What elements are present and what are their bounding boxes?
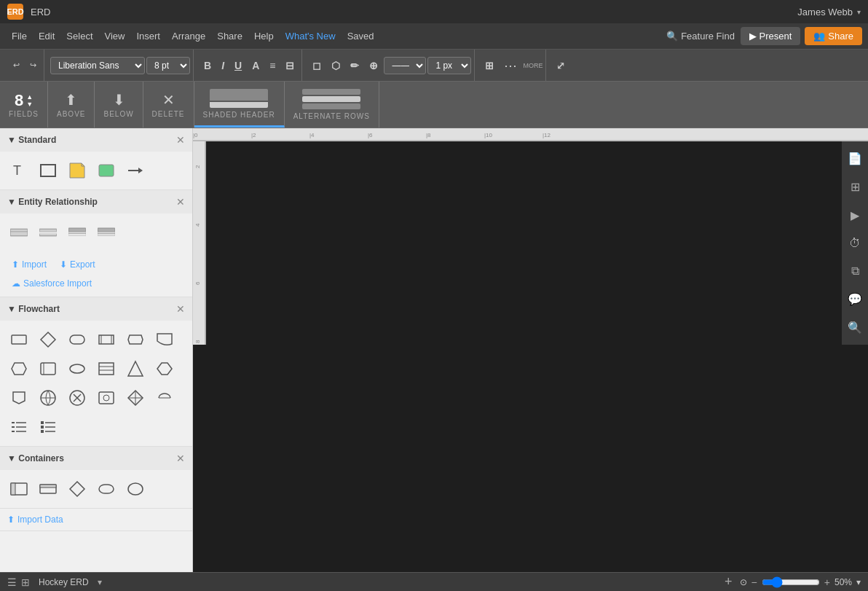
fields-count-section[interactable]: 8 ▲ ▼ FIELDS [0, 82, 48, 128]
font-color-button[interactable]: A [248, 57, 264, 74]
right-panel-format-icon[interactable]: ⊞ [846, 176, 864, 198]
fc-s8[interactable] [35, 385, 61, 411]
share-button[interactable]: 👥 Share [805, 27, 862, 45]
er-shape-2[interactable] [35, 219, 61, 246]
line-px-select[interactable]: 1 px [427, 57, 471, 74]
salesforce-btn[interactable]: ☁ Salesforce Import [7, 276, 96, 291]
stroke-button[interactable]: ✏ [346, 57, 363, 74]
add-page-btn[interactable]: + [725, 574, 733, 590]
extras-button[interactable]: ⊞ [481, 57, 498, 74]
right-panel-timer-icon[interactable]: ⏱ [845, 232, 865, 254]
flowchart-header[interactable]: ▼ Flowchart ✕ [0, 297, 192, 321]
diagram-dropdown-arrow[interactable]: ▾ [98, 577, 102, 587]
right-panel-present-icon[interactable]: ▶ [846, 204, 864, 227]
fill-color-button[interactable]: ⬡ [327, 57, 344, 74]
menu-saved[interactable]: Saved [342, 28, 380, 44]
undo-button[interactable]: ↩ [9, 58, 24, 73]
cont-4[interactable] [93, 476, 119, 502]
present-button[interactable]: ▶ Present [741, 27, 800, 45]
effects-button[interactable]: ⊕ [365, 57, 382, 74]
standard-header[interactable]: ▼ Standard ✕ [0, 128, 192, 152]
feature-find[interactable]: 🔍 Feature Find [660, 28, 741, 44]
zoom-plus-btn[interactable]: + [824, 576, 830, 588]
alternate-rows-section[interactable]: ALTERNATE ROWS [285, 82, 379, 128]
fc-process[interactable] [93, 326, 119, 353]
rect-shape[interactable] [35, 157, 61, 184]
underline-button[interactable]: U [230, 57, 246, 74]
size-select[interactable]: 8 pt [146, 57, 190, 74]
fc-list2[interactable] [35, 414, 61, 440]
note-shape[interactable] [64, 157, 90, 184]
italic-button[interactable]: I [217, 57, 229, 74]
er-shape-3[interactable] [64, 219, 90, 246]
fc-list1[interactable] [6, 414, 32, 440]
zoom-dropdown-arrow[interactable]: ▾ [856, 577, 861, 587]
align-right-button[interactable]: ⊟ [281, 57, 299, 74]
zoom-minus-btn[interactable]: − [751, 576, 757, 588]
align-left-button[interactable]: ≡ [265, 57, 280, 74]
fc-doc[interactable] [151, 326, 178, 353]
cont-5[interactable] [122, 476, 149, 502]
zoom-slider[interactable] [762, 576, 820, 588]
expand-button[interactable]: ⤢ [552, 57, 569, 74]
line-style-select[interactable]: —— [384, 57, 426, 74]
right-panel-search-icon[interactable]: 🔍 [843, 316, 867, 339]
list-view-btn[interactable]: ☰ [7, 576, 17, 588]
flowchart-close-btn[interactable]: ✕ [176, 303, 185, 315]
green-shape[interactable] [93, 157, 119, 184]
fc-s4[interactable] [93, 356, 119, 382]
menu-whats-new[interactable]: What's New [280, 28, 342, 44]
below-section[interactable]: ⬇ BELOW [95, 82, 143, 128]
fc-rounded[interactable] [64, 326, 90, 353]
fc-rect[interactable] [6, 326, 32, 353]
menu-insert[interactable]: Insert [130, 28, 166, 44]
er-shape-1[interactable] [6, 219, 32, 246]
fc-s7[interactable] [6, 385, 32, 411]
import-btn[interactable]: ⬆ Import [7, 257, 51, 272]
cont-3[interactable] [64, 476, 90, 502]
right-panel-chat-icon[interactable]: 💬 [843, 288, 867, 310]
cont-2[interactable] [35, 476, 61, 502]
import-data-btn[interactable]: ⬆ Import Data [0, 508, 192, 531]
right-panel-layers-icon[interactable]: ⧉ [847, 260, 864, 282]
fc-s3[interactable] [64, 356, 90, 382]
fc-s5[interactable] [122, 356, 149, 382]
menu-view[interactable]: View [99, 28, 131, 44]
menu-select[interactable]: Select [60, 28, 98, 44]
count-arrows[interactable]: ▲ ▼ [26, 93, 33, 108]
er-close-btn[interactable]: ✕ [176, 196, 185, 208]
menu-arrange[interactable]: Arrange [166, 28, 211, 44]
bold-button[interactable]: B [200, 57, 216, 74]
menu-file[interactable]: File [6, 28, 33, 44]
user-dropdown-arrow[interactable]: ▾ [857, 8, 861, 16]
menu-help[interactable]: Help [248, 28, 280, 44]
arrow-shape[interactable] [122, 157, 149, 184]
fc-diamond[interactable] [35, 326, 61, 353]
er-header[interactable]: ▼ Entity Relationship ✕ [0, 190, 192, 214]
delete-section[interactable]: ✕ DELETE [143, 82, 194, 128]
containers-close-btn[interactable]: ✕ [176, 453, 185, 464]
count-down-arrow[interactable]: ▼ [26, 101, 33, 108]
fc-s9[interactable] [64, 385, 90, 411]
cont-1[interactable] [6, 476, 32, 502]
fc-s11[interactable] [122, 385, 149, 411]
standard-close-btn[interactable]: ✕ [176, 134, 185, 146]
er-shape-4[interactable] [93, 219, 119, 246]
menu-share[interactable]: Share [211, 28, 248, 44]
fill-button[interactable]: ◻ [308, 57, 326, 74]
above-section[interactable]: ⬆ ABOVE [48, 82, 95, 128]
fc-s1[interactable] [6, 356, 32, 382]
count-up-arrow[interactable]: ▲ [26, 93, 33, 101]
export-btn[interactable]: ⬇ Export [55, 257, 100, 272]
text-shape[interactable]: T [6, 157, 32, 184]
containers-header[interactable]: ▼ Containers ✕ [0, 447, 192, 470]
fc-s2[interactable] [35, 356, 61, 382]
right-panel-pages-icon[interactable]: 📄 [843, 147, 867, 170]
diagram-name[interactable]: Hockey ERD [34, 576, 93, 589]
font-select[interactable]: Liberation Sans [50, 57, 145, 74]
fc-s6[interactable] [151, 356, 178, 382]
more-button[interactable]: ⋯ [500, 56, 521, 75]
redo-button[interactable]: ↪ [25, 58, 41, 73]
grid-view-btn[interactable]: ⊞ [21, 576, 30, 588]
fc-alt[interactable] [122, 326, 149, 353]
